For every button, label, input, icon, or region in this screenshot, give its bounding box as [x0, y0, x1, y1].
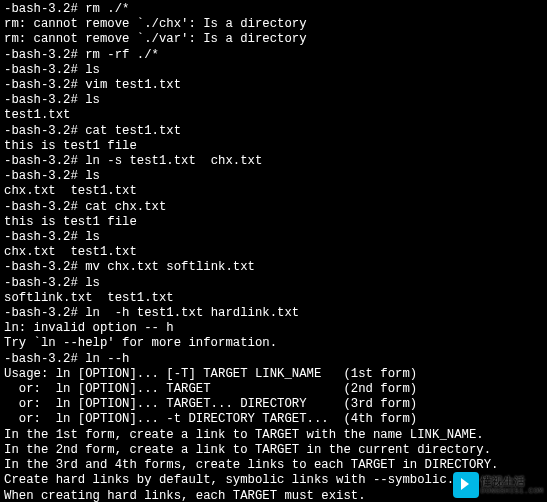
- terminal-line: chx.txt test1.txt: [4, 184, 543, 199]
- output-text: When creating hard links, each TARGET mu…: [4, 489, 366, 503]
- terminal-line: this is test1 file: [4, 139, 543, 154]
- output-text: Usage: ln [OPTION]... [-T] TARGET LINK_N…: [4, 367, 417, 381]
- shell-prompt: -bash-3.2#: [4, 124, 85, 138]
- command-text: ls: [85, 63, 100, 77]
- output-text: Try `ln --help' for more information.: [4, 336, 277, 350]
- output-text: In the 1st form, create a link to TARGET…: [4, 428, 484, 442]
- terminal-line: In the 2nd form, create a link to TARGET…: [4, 443, 543, 458]
- terminal-line: Try `ln --help' for more information.: [4, 336, 543, 351]
- terminal-line: -bash-3.2# ls: [4, 169, 543, 184]
- terminal-line: -bash-3.2# rm -rf ./*: [4, 48, 543, 63]
- terminal-line: -bash-3.2# cat test1.txt: [4, 124, 543, 139]
- terminal-line: Usage: ln [OPTION]... [-T] TARGET LINK_N…: [4, 367, 543, 382]
- shell-prompt: -bash-3.2#: [4, 2, 85, 16]
- output-text: test1.txt: [4, 108, 70, 122]
- terminal-line: or: ln [OPTION]... -t DIRECTORY TARGET..…: [4, 412, 543, 427]
- terminal-line: In the 1st form, create a link to TARGET…: [4, 428, 543, 443]
- terminal-line: -bash-3.2# ln --h: [4, 352, 543, 367]
- shell-prompt: -bash-3.2#: [4, 63, 85, 77]
- terminal-line: softlink.txt test1.txt: [4, 291, 543, 306]
- shell-prompt: -bash-3.2#: [4, 154, 85, 168]
- terminal-line: -bash-3.2# vim test1.txt: [4, 78, 543, 93]
- terminal-line: or: ln [OPTION]... TARGET... DIRECTORY (…: [4, 397, 543, 412]
- terminal-line: rm: cannot remove `./var': Is a director…: [4, 32, 543, 47]
- command-text: cat test1.txt: [85, 124, 181, 138]
- shell-prompt: -bash-3.2#: [4, 169, 85, 183]
- watermark-logo-icon: [453, 472, 479, 498]
- output-text: rm: cannot remove `./var': Is a director…: [4, 32, 307, 46]
- output-text: ln: invalid option -- h: [4, 321, 174, 335]
- terminal-line: -bash-3.2# ls: [4, 230, 543, 245]
- output-text: In the 2nd form, create a link to TARGET…: [4, 443, 491, 457]
- watermark: 懂视生活 DONGSHI51.COM: [453, 472, 543, 498]
- terminal-line: -bash-3.2# ls: [4, 63, 543, 78]
- command-text: ls: [85, 169, 100, 183]
- command-text: ln -s test1.txt chx.txt: [85, 154, 262, 168]
- terminal-line: -bash-3.2# ls: [4, 93, 543, 108]
- terminal-line: ln: invalid option -- h: [4, 321, 543, 336]
- output-text: chx.txt test1.txt: [4, 245, 137, 259]
- terminal-line: -bash-3.2# rm ./*: [4, 2, 543, 17]
- command-text: cat chx.txt: [85, 200, 166, 214]
- shell-prompt: -bash-3.2#: [4, 352, 85, 366]
- terminal-output[interactable]: -bash-3.2# rm ./*rm: cannot remove `./ch…: [0, 0, 547, 502]
- terminal-line: -bash-3.2# ln -s test1.txt chx.txt: [4, 154, 543, 169]
- output-text: softlink.txt test1.txt: [4, 291, 174, 305]
- terminal-line: -bash-3.2# mv chx.txt softlink.txt: [4, 260, 543, 275]
- terminal-line: -bash-3.2# ls: [4, 276, 543, 291]
- command-text: vim test1.txt: [85, 78, 181, 92]
- command-text: mv chx.txt softlink.txt: [85, 260, 255, 274]
- shell-prompt: -bash-3.2#: [4, 230, 85, 244]
- command-text: ln -h test1.txt hardlink.txt: [85, 306, 299, 320]
- shell-prompt: -bash-3.2#: [4, 48, 85, 62]
- shell-prompt: -bash-3.2#: [4, 276, 85, 290]
- shell-prompt: -bash-3.2#: [4, 78, 85, 92]
- output-text: or: ln [OPTION]... TARGET (2nd form): [4, 382, 417, 396]
- command-text: rm -rf ./*: [85, 48, 159, 62]
- output-text: In the 3rd and 4th forms, create links t…: [4, 458, 498, 472]
- terminal-line: chx.txt test1.txt: [4, 245, 543, 260]
- output-text: or: ln [OPTION]... TARGET... DIRECTORY (…: [4, 397, 417, 411]
- watermark-brand-cn: 懂视生活: [481, 476, 543, 487]
- shell-prompt: -bash-3.2#: [4, 93, 85, 107]
- shell-prompt: -bash-3.2#: [4, 306, 85, 320]
- output-text: Create hard links by default, symbolic l…: [4, 473, 454, 487]
- terminal-line: or: ln [OPTION]... TARGET (2nd form): [4, 382, 543, 397]
- command-text: rm ./*: [85, 2, 129, 16]
- output-text: or: ln [OPTION]... -t DIRECTORY TARGET..…: [4, 412, 417, 426]
- command-text: ls: [85, 276, 100, 290]
- terminal-line: -bash-3.2# ln -h test1.txt hardlink.txt: [4, 306, 543, 321]
- shell-prompt: -bash-3.2#: [4, 260, 85, 274]
- terminal-line: test1.txt: [4, 108, 543, 123]
- terminal-line: this is test1 file: [4, 215, 543, 230]
- command-text: ln --h: [85, 352, 129, 366]
- terminal-line: rm: cannot remove `./chx': Is a director…: [4, 17, 543, 32]
- output-text: rm: cannot remove `./chx': Is a director…: [4, 17, 307, 31]
- command-text: ls: [85, 93, 100, 107]
- output-text: this is test1 file: [4, 215, 137, 229]
- watermark-brand-url: DONGSHI51.COM: [481, 487, 543, 495]
- output-text: this is test1 file: [4, 139, 137, 153]
- shell-prompt: -bash-3.2#: [4, 200, 85, 214]
- terminal-line: -bash-3.2# cat chx.txt: [4, 200, 543, 215]
- output-text: chx.txt test1.txt: [4, 184, 137, 198]
- command-text: ls: [85, 230, 100, 244]
- watermark-brand: 懂视生活 DONGSHI51.COM: [481, 476, 543, 495]
